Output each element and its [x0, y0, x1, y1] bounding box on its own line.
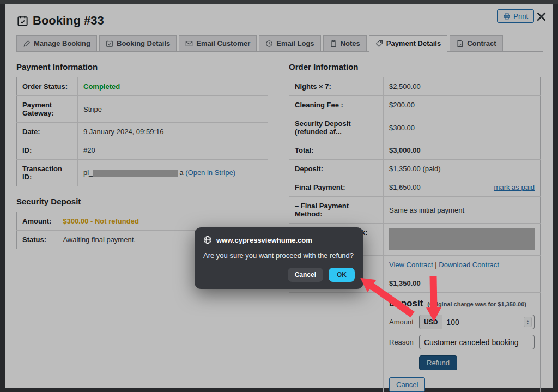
dialog-origin: www.cypressviewhume.com: [216, 236, 312, 244]
dim-overlay: [0, 0, 558, 392]
globe-icon: [203, 236, 212, 244]
dialog-message: Are you sure you want proceed with the r…: [203, 251, 355, 260]
browser-confirm-dialog: www.cypressviewhume.com Are you sure you…: [195, 227, 363, 289]
dialog-cancel-button[interactable]: Cancel: [288, 268, 323, 282]
dialog-ok-button[interactable]: OK: [329, 268, 355, 282]
